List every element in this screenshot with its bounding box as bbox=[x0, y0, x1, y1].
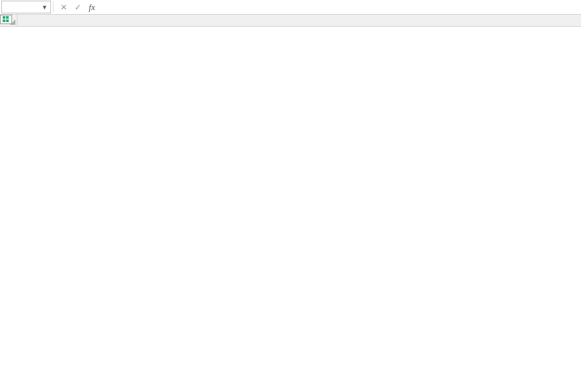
formula-bar: ▼ ✕ ✓ fx bbox=[0, 0, 581, 15]
separator bbox=[53, 1, 54, 13]
enter-button[interactable]: ✓ bbox=[71, 1, 85, 13]
autofill-options-icon[interactable] bbox=[0, 15, 12, 24]
formula-input[interactable] bbox=[100, 0, 581, 14]
svg-rect-3 bbox=[6, 19, 9, 22]
name-box[interactable]: ▼ bbox=[1, 1, 51, 13]
column-headers bbox=[17, 15, 581, 27]
spreadsheet-grid[interactable] bbox=[0, 15, 581, 392]
svg-rect-1 bbox=[6, 16, 9, 19]
formula-bar-buttons: ✕ ✓ fx bbox=[56, 0, 100, 14]
svg-rect-0 bbox=[3, 16, 5, 19]
fx-button[interactable]: fx bbox=[85, 1, 99, 13]
chevron-down-icon[interactable]: ▼ bbox=[42, 4, 48, 11]
cancel-button[interactable]: ✕ bbox=[57, 1, 70, 13]
svg-rect-2 bbox=[3, 19, 5, 22]
